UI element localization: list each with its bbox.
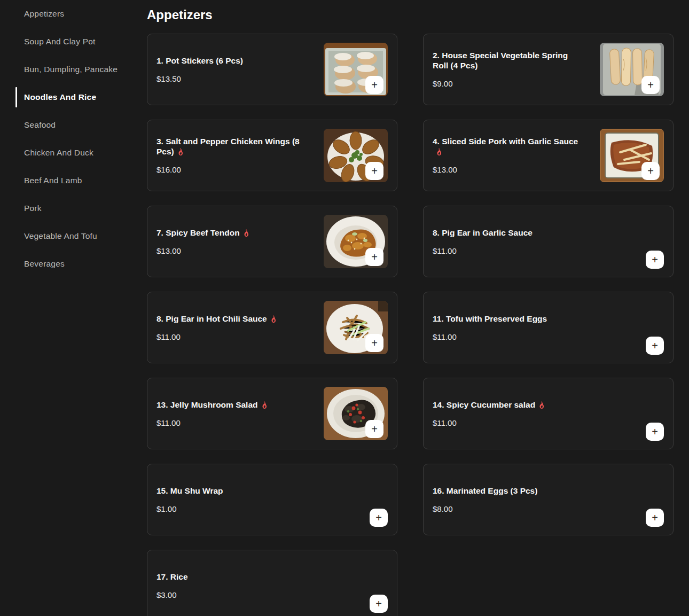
page-title: Appetizers (147, 7, 674, 22)
category-sidebar: Appetizers Soup And Clay Pot Bun, Dumpli… (0, 0, 147, 616)
menu-item-card[interactable]: 13. Jelly Mushroom Salad $11.00 + (147, 378, 397, 449)
sidebar-item-label: Noodles And Rice (24, 92, 96, 102)
sidebar-item-beef-and-lamb[interactable]: Beef And Lamb (0, 167, 147, 194)
flame-icon (270, 315, 277, 323)
item-name: 1. Pot Stickers (6 Pcs) (156, 56, 243, 65)
menu-item-card[interactable]: 15. Mu Shu Wrap $1.00 + (147, 464, 397, 535)
flame-icon (435, 148, 443, 155)
add-item-button[interactable]: + (370, 595, 388, 613)
app-root: Appetizers Soup And Clay Pot Bun, Dumpli… (0, 0, 689, 616)
item-name: 4. Sliced Side Pork with Garlic Sauce (433, 137, 578, 146)
item-price: $11.00 (433, 332, 664, 342)
add-item-button[interactable]: + (365, 420, 383, 438)
menu-item-card[interactable]: 11. Tofu with Preserved Eggs $11.00 + (423, 292, 674, 363)
sidebar-item-beverages[interactable]: Beverages (0, 250, 147, 278)
item-name: 14. Spicy Cucumber salad (433, 400, 535, 409)
sidebar-item-label: Beverages (24, 259, 65, 269)
add-item-button[interactable]: + (365, 76, 383, 94)
item-name: 16. Marinated Eggs (3 Pcs) (433, 486, 537, 495)
item-price: $8.00 (433, 504, 664, 514)
sidebar-item-pork[interactable]: Pork (0, 194, 147, 222)
sidebar-item-vegetable-and-tofu[interactable]: Vegetable And Tofu (0, 222, 147, 250)
add-item-button[interactable]: + (646, 337, 664, 355)
sidebar-item-label: Beef And Lamb (24, 176, 82, 185)
item-price: $3.00 (156, 590, 388, 600)
menu-item-card[interactable]: 1. Pot Stickers (6 Pcs) $13.50 + (147, 34, 397, 105)
menu-item-card[interactable]: 8. Pig Ear in Garlic Sauce $11.00 + (423, 206, 674, 277)
item-name: 7. Spicy Beef Tendon (156, 228, 240, 237)
item-name: 8. Pig Ear in Garlic Sauce (433, 228, 533, 237)
item-name: 15. Mu Shu Wrap (156, 486, 223, 495)
sidebar-item-label: Chicken And Duck (24, 148, 93, 158)
sidebar-item-chicken-and-duck[interactable]: Chicken And Duck (0, 139, 147, 167)
item-name: 2. House Special Vegetable Spring Roll (… (433, 51, 568, 70)
menu-content: Appetizers 1. Pot Stickers (6 Pcs) $13.5… (147, 0, 689, 616)
add-item-button[interactable]: + (370, 509, 388, 527)
menu-item-card[interactable]: 3. Salt and Pepper Chicken Wings (8 Pcs)… (147, 120, 397, 191)
sidebar-item-appetizers[interactable]: Appetizers (0, 0, 147, 28)
sidebar-item-label: Seafood (24, 120, 56, 130)
flame-icon (177, 148, 184, 155)
item-price: $1.00 (156, 504, 388, 514)
menu-item-card[interactable]: 4. Sliced Side Pork with Garlic Sauce $1… (423, 120, 674, 191)
menu-item-card[interactable]: 14. Spicy Cucumber salad $11.00 + (423, 378, 674, 449)
item-name: 8. Pig Ear in Hot Chili Sauce (156, 314, 267, 323)
item-price: $11.00 (433, 246, 664, 256)
sidebar-item-label: Soup And Clay Pot (24, 37, 96, 46)
item-name: 13. Jelly Mushroom Salad (156, 400, 258, 409)
sidebar-item-label: Vegetable And Tofu (24, 231, 97, 241)
menu-item-card[interactable]: 16. Marinated Eggs (3 Pcs) $8.00 + (423, 464, 674, 535)
menu-grid: 1. Pot Stickers (6 Pcs) $13.50 + 2. Hous… (147, 34, 674, 616)
add-item-button[interactable]: + (365, 334, 383, 352)
sidebar-item-label: Bun, Dumpling, Pancake (24, 65, 118, 74)
add-item-button[interactable]: + (646, 423, 664, 441)
sidebar-item-label: Appetizers (24, 9, 64, 19)
item-price: $11.00 (433, 418, 664, 428)
item-name: 11. Tofu with Preserved Eggs (433, 314, 547, 323)
flame-icon (261, 401, 268, 409)
menu-item-card[interactable]: 8. Pig Ear in Hot Chili Sauce $11.00 + (147, 292, 397, 363)
add-item-button[interactable]: + (646, 251, 664, 269)
sidebar-item-soup-and-clay-pot[interactable]: Soup And Clay Pot (0, 28, 147, 56)
menu-item-card[interactable]: 17. Rice $3.00 + (147, 550, 397, 616)
add-item-button[interactable]: + (646, 509, 664, 527)
sidebar-item-noodles-and-rice[interactable]: Noodles And Rice (0, 83, 147, 111)
add-item-button[interactable]: + (365, 162, 383, 180)
add-item-button[interactable]: + (641, 76, 660, 94)
item-name: 17. Rice (156, 572, 188, 581)
add-item-button[interactable]: + (641, 162, 660, 180)
sidebar-item-bun-dumpling-pancake[interactable]: Bun, Dumpling, Pancake (0, 56, 147, 83)
active-indicator (15, 87, 17, 107)
menu-item-card[interactable]: 2. House Special Vegetable Spring Roll (… (423, 34, 674, 105)
menu-item-card[interactable]: 7. Spicy Beef Tendon $13.00 + (147, 206, 397, 277)
add-item-button[interactable]: + (365, 248, 383, 266)
flame-icon (538, 401, 545, 409)
sidebar-item-label: Pork (24, 204, 42, 213)
sidebar-item-seafood[interactable]: Seafood (0, 111, 147, 139)
flame-icon (242, 229, 250, 237)
